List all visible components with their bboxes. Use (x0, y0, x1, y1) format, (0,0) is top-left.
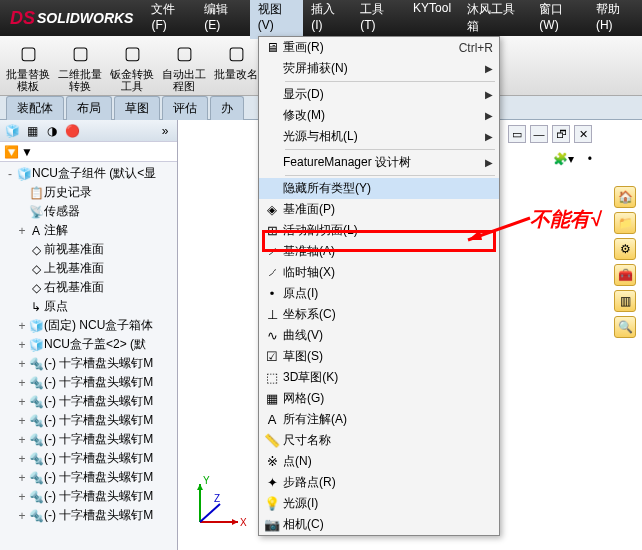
tree-tab-icon[interactable]: ▦ (24, 123, 40, 139)
tree-node[interactable]: +🧊(固定) NCU盒子箱体 (2, 316, 175, 335)
title-bar: DS SOLIDWORKS 文件(F)编辑(E)视图(V)插入(I)工具(T)K… (0, 0, 642, 36)
tree-node[interactable]: 📡传感器 (2, 202, 175, 221)
doc-btn-icon[interactable]: 🧩▾ (553, 152, 574, 166)
menu-帮助(H)[interactable]: 帮助(H) (588, 0, 642, 39)
doc-window-controls: ▭ — 🗗 ✕ (508, 125, 592, 143)
view-menu-dropdown: 🖥重画(R)Ctrl+R荧屏捕获(N)▶显示(D)▶修改(M)▶光源与相机(L)… (258, 36, 500, 536)
tree-node[interactable]: +🔩(-) 十字槽盘头螺钉M (2, 468, 175, 487)
menu-沐风工具箱[interactable]: 沐风工具箱 (459, 0, 531, 39)
app-logo: DS SOLIDWORKS (0, 8, 143, 29)
tree-node[interactable]: +🔩(-) 十字槽盘头螺钉M (2, 487, 175, 506)
tree-node[interactable]: +🔩(-) 十字槽盘头螺钉M (2, 373, 175, 392)
app-name: SOLIDWORKS (37, 10, 133, 26)
right-btn-icon[interactable]: ▥ (614, 290, 636, 312)
menu-item[interactable]: 光源与相机(L)▶ (259, 126, 499, 147)
menu-item[interactable]: ∿曲线(V) (259, 325, 499, 346)
annotation-arrow-icon (460, 210, 540, 250)
menu-item[interactable]: ⊥坐标系(C) (259, 304, 499, 325)
menu-item[interactable]: 💡光源(I) (259, 493, 499, 514)
tree-tab-icon[interactable]: 🔴 (64, 123, 80, 139)
tree-node[interactable]: ◇上视基准面 (2, 259, 175, 278)
svg-marker-1 (232, 519, 238, 525)
tree-filter[interactable]: 🔽 ▼ (0, 142, 177, 162)
tree-node[interactable]: 📋历史记录 (2, 183, 175, 202)
menu-KYTool[interactable]: KYTool (405, 0, 459, 39)
axes-triad-icon: X Y Z (190, 472, 250, 532)
tree-tab-icon[interactable]: 🧊 (4, 123, 20, 139)
menu-item[interactable]: ※点(N) (259, 451, 499, 472)
menu-item-icon: ⟋ (261, 265, 283, 280)
right-btn-icon[interactable]: 🧰 (614, 264, 636, 286)
tree-node[interactable]: +🔩(-) 十字槽盘头螺钉M (2, 506, 175, 525)
filter-icon: 🔽 (4, 145, 19, 159)
tree-root[interactable]: -🧊NCU盒子组件 (默认<显 (2, 164, 175, 183)
tree-node[interactable]: +🔩(-) 十字槽盘头螺钉M (2, 449, 175, 468)
menu-item[interactable]: ☑草图(S) (259, 346, 499, 367)
win-icon[interactable]: ▭ (508, 125, 526, 143)
menu-工具(T)[interactable]: 工具(T) (352, 0, 405, 39)
menu-item-icon: 💡 (261, 496, 283, 511)
win-icon[interactable]: 🗗 (552, 125, 570, 143)
tab-评估[interactable]: 评估 (162, 96, 208, 120)
expand-icon[interactable]: » (157, 123, 173, 139)
auto-drawing[interactable]: ▢自动出工程图 (160, 40, 208, 92)
filter-dropdown-icon: ▼ (21, 145, 33, 159)
menu-item-icon: 📷 (261, 517, 283, 532)
menu-item-icon: 🖥 (261, 40, 283, 55)
tree-tab-icon[interactable]: ◑ (44, 123, 60, 139)
menu-视图(V)[interactable]: 视图(V) (250, 0, 303, 39)
right-btn-icon[interactable]: 🏠 (614, 186, 636, 208)
tree-node[interactable]: +🔩(-) 十字槽盘头螺钉M (2, 392, 175, 411)
tree-node[interactable]: +🔩(-) 十字槽盘头螺钉M (2, 411, 175, 430)
ds-logo-icon: DS (10, 8, 35, 29)
menu-item[interactable]: 隐藏所有类型(Y) (259, 178, 499, 199)
right-btn-icon[interactable]: 📁 (614, 212, 636, 234)
menu-item[interactable]: 修改(M)▶ (259, 105, 499, 126)
menu-item[interactable]: ✦步路点(R) (259, 472, 499, 493)
menu-编辑(E)[interactable]: 编辑(E) (196, 0, 249, 39)
toolbar-icon: ▢ (220, 40, 252, 68)
batch-replace-template[interactable]: ▢批量替换模板 (4, 40, 52, 92)
menu-item[interactable]: 📏尺寸名称 (259, 430, 499, 451)
menu-item-icon: • (261, 286, 283, 301)
menu-item[interactable]: ▦网格(G) (259, 388, 499, 409)
feature-tree[interactable]: -🧊NCU盒子组件 (默认<显📋历史记录📡传感器+A注解◇前视基准面◇上视基准面… (0, 162, 177, 550)
menu-item[interactable]: ⟋临时轴(X) (259, 262, 499, 283)
menu-插入(I)[interactable]: 插入(I) (303, 0, 352, 39)
win-icon[interactable]: ✕ (574, 125, 592, 143)
toolbar-icon: ▢ (168, 40, 200, 68)
tree-node[interactable]: +A注解 (2, 221, 175, 240)
right-btn-icon[interactable]: ⚙ (614, 238, 636, 260)
menubar: 文件(F)编辑(E)视图(V)插入(I)工具(T)KYTool沐风工具箱窗口(W… (143, 0, 642, 39)
batch-rename[interactable]: ▢批量改名 (212, 40, 260, 80)
menu-item[interactable]: FeatureManager 设计树▶ (259, 152, 499, 173)
menu-窗口(W)[interactable]: 窗口(W) (531, 0, 588, 39)
tab-装配体[interactable]: 装配体 (6, 96, 64, 120)
menu-item[interactable]: 🖥重画(R)Ctrl+R (259, 37, 499, 58)
feature-tree-panel: 🧊 ▦ ◑ 🔴 » 🔽 ▼ -🧊NCU盒子组件 (默认<显📋历史记录📡传感器+A… (0, 120, 178, 550)
menu-item[interactable]: •原点(I) (259, 283, 499, 304)
tab-草图[interactable]: 草图 (114, 96, 160, 120)
doc-btn-icon[interactable]: • (588, 152, 592, 166)
svg-text:X: X (240, 517, 247, 528)
toolbar-icon: ▢ (64, 40, 96, 68)
menu-文件(F)[interactable]: 文件(F) (143, 0, 196, 39)
batch-2d-convert[interactable]: ▢二维批量转换 (56, 40, 104, 92)
tab-办[interactable]: 办 (210, 96, 244, 120)
right-btn-icon[interactable]: 🔍 (614, 316, 636, 338)
tree-node[interactable]: ↳原点 (2, 297, 175, 316)
tree-node[interactable]: ◇前视基准面 (2, 240, 175, 259)
menu-item[interactable]: 显示(D)▶ (259, 84, 499, 105)
tree-node[interactable]: +🧊NCU盒子盖<2> (默 (2, 335, 175, 354)
sheetmetal-convert[interactable]: ▢钣金转换工具 (108, 40, 156, 92)
menu-item[interactable]: 📷相机(C) (259, 514, 499, 535)
menu-item[interactable]: 荧屏捕获(N)▶ (259, 58, 499, 79)
tree-node[interactable]: ◇右视基准面 (2, 278, 175, 297)
menu-item-icon: ⊞ (261, 223, 283, 238)
menu-item[interactable]: ⬚3D草图(K) (259, 367, 499, 388)
tab-布局[interactable]: 布局 (66, 96, 112, 120)
tree-node[interactable]: +🔩(-) 十字槽盘头螺钉M (2, 430, 175, 449)
tree-node[interactable]: +🔩(-) 十字槽盘头螺钉M (2, 354, 175, 373)
win-icon[interactable]: — (530, 125, 548, 143)
menu-item[interactable]: A所有注解(A) (259, 409, 499, 430)
